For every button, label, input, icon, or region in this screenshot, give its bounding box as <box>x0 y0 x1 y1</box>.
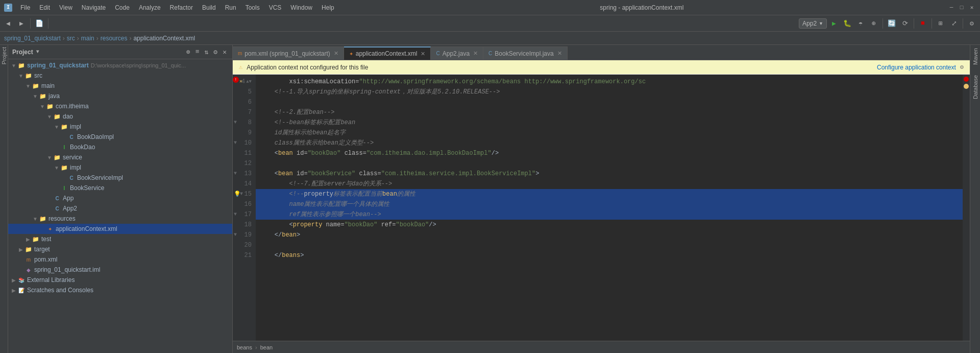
fold-icon-17[interactable]: ▼ <box>234 209 237 220</box>
panels-button[interactable]: ⊞ <box>935 17 947 30</box>
context-settings-icon[interactable]: ⚙ <box>960 63 964 71</box>
locate-file-icon[interactable]: ⊕ <box>185 48 192 57</box>
menu-view[interactable]: View <box>57 3 75 12</box>
tab-appcontext[interactable]: ✦ applicationContext.xml ✕ <box>344 46 431 60</box>
tree-item-pom-xml[interactable]: m pom.xml <box>8 254 232 265</box>
tab-bookservice[interactable]: C BookServiceImpl.java ✕ <box>483 46 568 60</box>
code-content[interactable]: xsi:schemaLocation="http://www.springfra… <box>256 75 963 341</box>
menu-code[interactable]: Code <box>113 3 132 12</box>
tree-item-service-impl[interactable]: ▼ 📁 impl <box>8 162 232 173</box>
stop-button[interactable]: ■ <box>917 17 929 30</box>
project-panel-dropdown-icon[interactable]: ▼ <box>36 49 39 55</box>
menu-file[interactable]: File <box>18 3 32 12</box>
run-button[interactable]: ▶ <box>828 17 840 30</box>
tree-label-service-impl: impl <box>70 164 81 171</box>
tree-item-iml[interactable]: ◆ spring_01_quickstart.iml <box>8 265 232 275</box>
close-button[interactable]: ✕ <box>968 4 976 12</box>
tree-item-bookserviceimpl[interactable]: C BookServiceImpl <box>8 173 232 183</box>
interface-icon-bookdao: I <box>60 143 68 151</box>
tree-item-root[interactable]: ▼ 📁 spring_01_quickstart D:\workspace\sp… <box>8 60 232 70</box>
tab-pom-close[interactable]: ✕ <box>334 50 338 57</box>
tree-item-service[interactable]: ▼ 📁 service <box>8 152 232 162</box>
tree-item-external-libraries[interactable]: ▶ 📚 External Libraries <box>8 275 232 285</box>
fullscreen-button[interactable]: ⤢ <box>948 17 960 30</box>
profile-button[interactable]: ⊕ <box>868 17 880 30</box>
tree-item-appcontext-xml[interactable]: ✦ applicationContext.xml <box>8 224 232 234</box>
sync-button[interactable]: ⟳ <box>899 17 911 30</box>
tab-app2-close[interactable]: ✕ <box>473 50 478 57</box>
menu-edit[interactable]: Edit <box>37 3 52 12</box>
maven-panel-label[interactable]: Maven <box>972 48 978 65</box>
tree-item-java[interactable]: ▼ 📁 java <box>8 91 232 101</box>
status-path-bean[interactable]: bean <box>260 344 273 350</box>
menu-analyze[interactable]: Analyze <box>137 3 163 12</box>
tab-appcontext-close[interactable]: ✕ <box>421 51 425 57</box>
tree-item-dao-impl[interactable]: ▼ 📁 impl <box>8 122 232 132</box>
status-path-beans[interactable]: beans <box>237 344 252 350</box>
fold-icon-13[interactable]: ▼ <box>234 169 237 179</box>
fold-icon-8[interactable]: ▼ <box>234 117 237 128</box>
menu-vcs[interactable]: VCS <box>267 3 284 12</box>
menu-refactor[interactable]: Refactor <box>168 3 195 12</box>
tree-item-test[interactable]: ▶ 📁 test <box>8 234 232 244</box>
line-num-15: 💡 ▼ 15 <box>233 189 252 199</box>
back-button[interactable]: ◀ <box>2 17 14 30</box>
update-button[interactable]: 🔄 <box>886 17 898 30</box>
menu-window[interactable]: Window <box>288 3 314 12</box>
sort-icon[interactable]: ⇅ <box>203 48 210 57</box>
tree-item-app2[interactable]: C App2 <box>8 203 232 214</box>
tree-label-java: java <box>48 92 60 100</box>
breadcrumb-item-src[interactable]: src <box>67 35 75 42</box>
tab-pom-icon: m <box>238 51 242 56</box>
line-num-12: 12 <box>233 158 252 169</box>
menu-navigate[interactable]: Navigate <box>80 3 108 12</box>
breadcrumb-item-resources[interactable]: resources <box>101 35 128 42</box>
maximize-button[interactable]: □ <box>958 4 966 12</box>
line-num-14: 14 <box>233 179 252 189</box>
settings-button[interactable]: ⚙ <box>966 17 978 30</box>
tree-item-target[interactable]: ▶ 📁 target <box>8 244 232 254</box>
recent-files-button[interactable]: 📄 <box>33 17 45 30</box>
project-panel: Project ▼ ⊕ ≡ ⇅ ⚙ ✕ ▼ 📁 spring_01_quicks… <box>8 45 233 353</box>
debug-button[interactable]: 🐛 <box>841 17 853 30</box>
minimize-button[interactable]: ─ <box>947 4 955 12</box>
tree-item-scratches[interactable]: ▶ 📝 Scratches and Consoles <box>8 285 232 295</box>
database-panel-label[interactable]: Database <box>972 75 978 99</box>
fold-icon-19[interactable]: ▼ <box>234 230 237 240</box>
breadcrumb-item-main[interactable]: main <box>81 35 94 42</box>
collapse-all-icon[interactable]: ≡ <box>194 48 201 57</box>
menu-build[interactable]: Build <box>200 3 218 12</box>
line-num-18: 18 <box>233 220 252 230</box>
tree-item-bookservice[interactable]: I BookService <box>8 183 232 193</box>
project-strip-label[interactable]: Project <box>1 47 7 64</box>
fold-icon-10[interactable]: ▼ <box>234 138 237 148</box>
breadcrumb-item-project[interactable]: spring_01_quickstart <box>4 35 61 42</box>
tree-item-resources[interactable]: ▼ 📁 resources <box>8 214 232 224</box>
tree-item-com-itheima[interactable]: ▼ 📁 com.itheima <box>8 101 232 111</box>
tab-bookservice-close[interactable]: ✕ <box>557 50 562 57</box>
tab-app2[interactable]: C App2.java ✕ <box>431 46 483 60</box>
tree-item-src[interactable]: ▼ 📁 src <box>8 70 232 81</box>
tree-item-bookdao[interactable]: I BookDao <box>8 142 232 152</box>
tree-item-bookdaoimpl[interactable]: C BookDaoImpl <box>8 132 232 142</box>
code-line-17: ref属性表示参照哪一个bean--> <box>256 209 963 220</box>
tab-pom[interactable]: m pom.xml (spring_01_quickstart) ✕ <box>233 46 344 60</box>
project-panel-header: Project ▼ ⊕ ≡ ⇅ ⚙ ✕ <box>8 45 232 59</box>
menu-run[interactable]: Run <box>223 3 238 12</box>
settings-icon[interactable]: ⚙ <box>212 48 219 57</box>
tree-item-app[interactable]: C App <box>8 193 232 203</box>
menu-tools[interactable]: Tools <box>243 3 262 12</box>
toolbar: ◀ ▶ 📄 App2 ▼ ▶ 🐛 ☂ ⊕ 🔄 ⟳ ■ ⊞ ⤢ ⚙ <box>0 15 980 32</box>
tree-item-main[interactable]: ▼ 📁 main <box>8 81 232 91</box>
tree-label-app: App <box>63 195 74 202</box>
coverage-button[interactable]: ☂ <box>854 17 867 30</box>
configure-context-link[interactable]: Configure application context <box>877 64 956 71</box>
close-panel-icon[interactable]: ✕ <box>221 48 228 57</box>
menu-help[interactable]: Help <box>320 3 336 12</box>
title-bar: I File Edit View Navigate Code Analyze R… <box>0 0 980 15</box>
fold-icon-15[interactable]: ▼ <box>240 189 243 199</box>
warning-icon: ⚠ <box>239 63 242 71</box>
run-config-dropdown[interactable]: App2 ▼ <box>799 18 827 29</box>
tree-item-dao[interactable]: ▼ 📁 dao <box>8 111 232 122</box>
forward-button[interactable]: ▶ <box>15 17 28 30</box>
